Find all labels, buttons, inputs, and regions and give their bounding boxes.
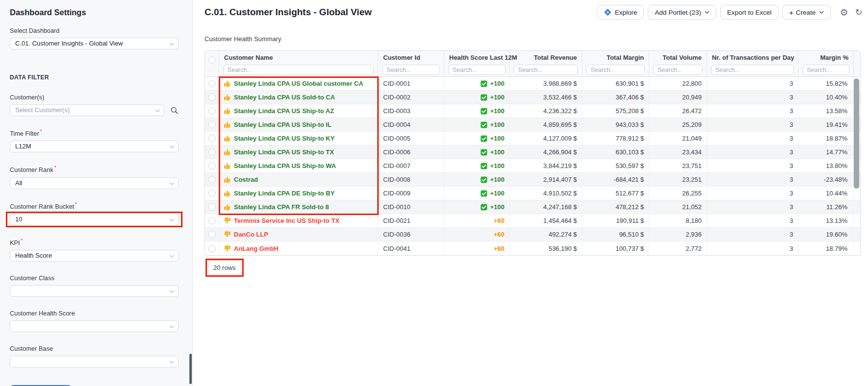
total-revenue-cell: 536,190 $ [510,241,582,255]
add-portlet-button[interactable]: Add Portlet (23) [648,5,716,20]
column-transactions-per-day: Nr. of Transactions per Day [707,51,799,76]
row-radio-button[interactable] [208,217,216,224]
table-row[interactable]: Stanley Linda CPA US Ship-to IL CID-0004… [205,118,860,132]
search-input-transactions[interactable] [711,65,794,75]
customer-name-cell[interactable]: Stanley Linda CPA DE Ship-to BY [219,187,378,200]
row-radio-cell [205,200,219,214]
export-to-excel-button[interactable]: Export to Excel [720,5,778,20]
search-icon[interactable] [170,106,179,115]
margin-pct-cell: 10.44% [799,187,854,200]
customer-name-cell[interactable]: Stanley Linda CPA US Sold-to CA [219,91,378,104]
table-row[interactable]: Stanley Linda CPA US Ship-to AZ CID-0003… [205,104,860,118]
customer-name-cell[interactable]: Stanley Linda CPA US Global customer CA [219,77,378,90]
explore-button[interactable]: Explore [597,5,644,20]
customer-name-cell[interactable]: Stanley Linda CPA US Ship-to WA [219,159,378,172]
chevron-down-icon [169,361,174,363]
customer-name-cell[interactable]: AnLang GmbH [219,241,378,255]
total-revenue-cell: 4,127,009 $ [510,132,582,145]
transactions-cell: 3 [707,228,799,241]
customer-name-cell[interactable]: DanCo LLP [219,228,378,241]
column-label: Customer Id [378,53,444,64]
total-revenue-cell: 1,454,464 $ [510,214,582,227]
table-row[interactable]: Costrad CID-0008 +100 2,914,407 $ -684,4… [205,173,860,187]
row-radio-button[interactable] [208,80,216,87]
table-row[interactable]: Stanley Linda CPA US Ship-to TX CID-0006… [205,145,860,159]
row-radio-cell [205,187,219,200]
customer-name-cell[interactable]: Stanley Linda CPA FR Sold-to 8 [219,200,378,214]
search-input-total-volume[interactable] [653,65,703,75]
table-row[interactable]: Stanley Linda CPA DE Ship-to BY CID-0009… [205,187,860,200]
customers-dropdown[interactable]: Select Customer(s) [10,104,164,116]
customer-base-label: Customer Base [10,345,179,352]
table-row[interactable]: Stanley Linda CPA US Ship-to KY CID-0005… [205,132,860,145]
customer-rank-bucket-value: 10 [15,216,22,223]
table-row[interactable]: Stanley Linda CPA US Global customer CA … [205,77,860,91]
margin-pct-cell: 15.82% [799,77,854,90]
row-radio-button[interactable] [208,135,216,142]
select-dashboard-dropdown[interactable]: C.01. Customer Insights - Global View [10,38,179,49]
health-score-value: +100 [490,162,504,169]
customer-health-score-dropdown[interactable] [10,320,179,332]
row-radio-button[interactable] [208,94,216,101]
customer-name-cell[interactable]: Costrad [219,173,378,186]
row-radio-cell [205,104,219,118]
total-volume-cell: 20,949 [649,91,707,104]
table-scrollbar[interactable] [854,78,859,189]
total-revenue-cell: 4,236,322 $ [510,104,582,118]
customer-rank-dropdown[interactable]: All [10,177,179,189]
total-margin-cell: 512,677 $ [582,187,649,200]
required-asterisk: * [54,165,56,170]
health-score-cell: +100 [444,145,510,159]
customer-id-cell: CID-0010 [378,200,444,214]
search-input-margin-pct[interactable] [802,65,849,75]
customer-name-cell[interactable]: Stanley Linda CPA US Ship-to KY [219,132,378,145]
customer-name: Stanley Linda CPA US Ship-to AZ [234,107,334,115]
row-radio-button[interactable] [208,121,216,128]
table-row[interactable]: Stanley Linda CPA US Ship-to WA CID-0007… [205,159,860,173]
row-radio-button[interactable] [208,231,216,238]
sidebar-scrollbar[interactable] [189,354,192,384]
settings-gear-icon[interactable]: ⚙ [839,7,849,18]
row-radio-button[interactable] [208,203,216,211]
customer-name-cell[interactable]: Stanley Linda CPA US Ship-to IL [219,118,378,131]
table-row[interactable]: AnLang GmbH CID-0041 +60 536,190 $ 100,7… [205,241,860,255]
table-row[interactable]: Stanley Linda CPA FR Sold-to 8 CID-0010 … [205,200,860,214]
row-radio-button[interactable] [208,176,216,183]
health-score-value: +100 [490,94,504,101]
customer-name: AnLang GmbH [234,245,278,252]
customer-name-cell[interactable]: Terminix Service Inc US Ship-to TX [219,214,378,227]
search-input-health-score[interactable] [448,65,505,75]
customer-class-dropdown[interactable] [10,285,179,297]
header-radio-button[interactable] [208,56,216,64]
search-input-total-margin[interactable] [586,65,645,75]
row-radio-button[interactable] [208,148,216,156]
time-filter-dropdown[interactable]: L12M [10,141,179,152]
table-row[interactable]: Stanley Linda CPA US Sold-to CA CID-0002… [205,91,860,104]
row-radio-button[interactable] [208,190,216,197]
row-scroll-gutter [854,241,860,255]
customer-name-cell[interactable]: Stanley Linda CPA US Ship-to TX [219,145,378,159]
kpi-dropdown[interactable]: Health Score [10,250,179,262]
table-row[interactable]: Terminix Service Inc US Ship-to TX CID-0… [205,214,860,228]
search-input-customer-id[interactable] [382,65,440,75]
total-revenue-cell: 492,274 $ [510,228,582,241]
chevron-down-icon [819,11,824,14]
data-filter-section-header: DATA FILTER [10,74,179,81]
table-row[interactable]: DanCo LLP CID-0036 +60 492,274 $ 96,510 … [205,228,860,241]
row-radio-cell [205,118,219,131]
row-radio-button[interactable] [208,162,216,169]
row-radio-button[interactable] [208,107,216,115]
search-input-total-revenue[interactable] [514,65,578,75]
explore-icon [604,8,612,16]
customer-rank-bucket-dropdown[interactable]: 10 [10,214,179,225]
header-scroll-gutter [854,51,860,76]
row-radio-button[interactable] [208,245,216,252]
refresh-icon[interactable]: ↻ [853,7,864,18]
customer-name-cell[interactable]: Stanley Linda CPA US Ship-to AZ [219,104,378,118]
thumbs-up-icon [224,203,231,211]
customer-base-dropdown[interactable] [10,356,179,367]
create-button[interactable]: + Create [782,5,831,20]
row-radio-cell [205,241,219,255]
search-input-customer-name[interactable] [223,65,374,75]
health-check-icon [480,149,487,156]
